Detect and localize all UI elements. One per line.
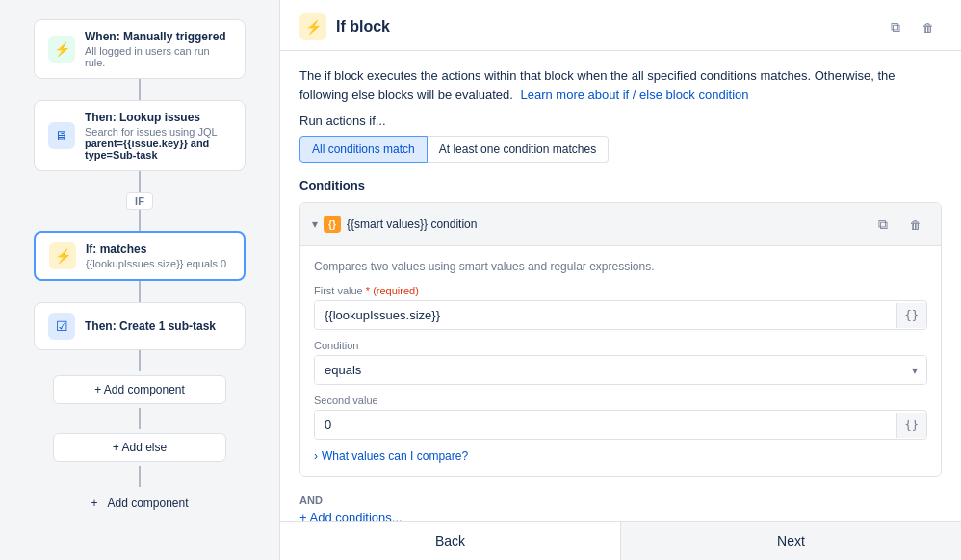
required-marker: * (required) — [366, 285, 419, 296]
lookup-subtitle: Search for issues using JQL parent={{iss… — [85, 126, 231, 161]
then-create-title: Then: Create 1 sub-task — [85, 319, 216, 333]
right-panel: ⚡ If block The if block executes the act… — [279, 0, 961, 560]
copy-condition-button[interactable] — [870, 211, 896, 238]
condition-field-label: Condition — [314, 340, 927, 351]
first-value-input[interactable] — [315, 301, 896, 329]
if-badge: IF — [126, 192, 153, 210]
if-matches-icon: ⚡ — [49, 242, 76, 269]
add-conditions-button[interactable]: + Add conditions... — [299, 510, 403, 521]
trigger-title: When: Manually triggered — [85, 30, 231, 43]
delete-header-button[interactable] — [915, 13, 942, 40]
smart-values-icon: {} — [324, 216, 341, 233]
connector-2 — [139, 171, 141, 192]
tab-atleast-one[interactable]: At least one condition matches — [428, 136, 609, 163]
right-footer: Back Next — [280, 521, 961, 560]
condition-header-label: {{smart values}} condition — [347, 217, 864, 231]
tab-all-conditions[interactable]: All conditions match — [299, 136, 428, 163]
next-button[interactable]: Next — [620, 522, 961, 560]
conditions-section-title: Conditions — [299, 178, 942, 192]
if-block-description: The if block executes the actions within… — [299, 66, 942, 104]
if-block-icon: ⚡ — [299, 13, 326, 40]
learn-more-link[interactable]: Learn more about if / else block conditi… — [520, 88, 748, 102]
condition-select[interactable]: equals not equals contains matches regex… — [315, 356, 926, 384]
plus-icon: + — [91, 496, 97, 510]
first-value-smart-btn[interactable]: {} — [896, 303, 926, 328]
trigger-subtitle: All logged in users can run rule. — [85, 45, 231, 68]
connector-6 — [139, 408, 141, 429]
connector-4 — [139, 281, 141, 302]
curly-icon: {} — [328, 219, 336, 230]
then-create-icon: ☑ — [48, 313, 75, 340]
condition-header: ▾ {} {{smart values}} condition — [300, 203, 941, 246]
condition-block: ▾ {} {{smart values}} condition Compares… — [299, 202, 942, 477]
second-value-label: Second value — [314, 395, 927, 406]
if-section: ⚡ If: matches {{lookupIssues.size}} equa… — [10, 231, 270, 466]
first-value-label: First value * (required) — [314, 285, 927, 296]
lookup-title: Then: Lookup issues — [85, 111, 231, 124]
chevron-down-icon[interactable]: ▾ — [312, 217, 318, 231]
copy-icon — [891, 19, 900, 36]
if-matches-card[interactable]: ⚡ If: matches {{lookupIssues.size}} equa… — [34, 231, 246, 281]
condition-description: Compares two values using smart values a… — [314, 260, 927, 273]
second-value-input-row: {} — [314, 410, 927, 440]
run-actions-label: Run actions if... — [299, 114, 942, 128]
trigger-icon: ⚡ — [48, 36, 75, 63]
connector-5 — [139, 350, 141, 371]
lookup-card[interactable]: 🖥 Then: Lookup issues Search for issues … — [34, 100, 246, 171]
delete-condition-icon — [910, 216, 922, 232]
condition-body: Compares two values using smart values a… — [300, 246, 941, 476]
if-matches-subtitle: {{lookupIssues.size}} equals 0 — [86, 258, 226, 269]
lookup-detail: parent={{issue.key}} and type=Sub-task — [85, 138, 209, 161]
then-create-card[interactable]: ☑ Then: Create 1 sub-task — [34, 302, 246, 350]
right-header: ⚡ If block — [280, 0, 961, 51]
add-component-bottom-label: Add component — [107, 496, 188, 510]
lookup-icon: 🖥 — [48, 122, 75, 149]
copy-header-button[interactable] — [882, 13, 909, 40]
if-matches-title: If: matches — [86, 242, 226, 256]
second-value-input[interactable] — [315, 411, 896, 439]
add-else-button[interactable]: + Add else — [53, 433, 226, 462]
first-value-input-row: {} — [314, 300, 927, 330]
connector-1 — [139, 79, 141, 100]
connector-7 — [139, 466, 141, 487]
copy-condition-icon — [878, 216, 888, 233]
back-button[interactable]: Back — [280, 522, 620, 560]
right-panel-body: The if block executes the actions within… — [280, 51, 961, 521]
add-component-bottom[interactable]: + Add component — [91, 496, 188, 510]
condition-select-row: equals not equals contains matches regex… — [314, 355, 927, 385]
add-component-button[interactable]: + Add component — [53, 375, 226, 404]
trash-icon — [922, 19, 934, 35]
header-actions — [882, 13, 942, 40]
chevron-right-icon: › — [314, 449, 318, 463]
and-label: AND — [299, 487, 942, 510]
delete-condition-button[interactable] — [902, 211, 929, 238]
second-value-smart-btn[interactable]: {} — [896, 413, 926, 438]
left-workflow-panel: ⚡ When: Manually triggered All logged in… — [0, 0, 279, 560]
condition-select-wrapper: equals not equals contains matches regex… — [314, 355, 927, 385]
connector-3 — [139, 210, 141, 231]
expand-compare-link[interactable]: › What values can I compare? — [314, 449, 927, 463]
trigger-card[interactable]: ⚡ When: Manually triggered All logged in… — [34, 19, 246, 79]
condition-tabs: All conditions match At least one condit… — [299, 136, 942, 163]
right-panel-title: If block — [336, 18, 872, 36]
